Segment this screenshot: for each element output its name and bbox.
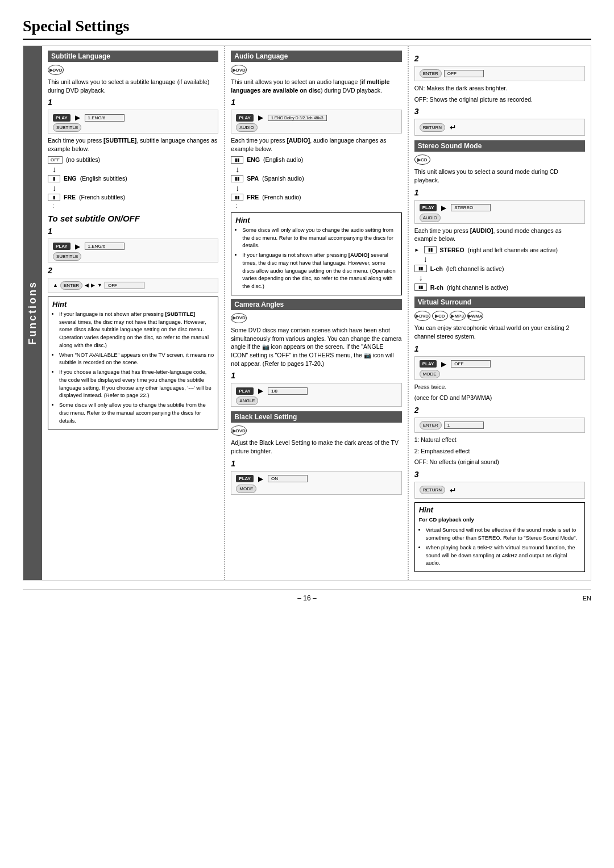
audio-eng-label: ENG: [247, 156, 260, 163]
to-set-subtitle-btn: SUBTITLE: [53, 252, 81, 261]
nav-btn-left: ◀: [85, 282, 89, 288]
audio-dots: :: [235, 202, 401, 209]
stereo-arrow-right: ►: [414, 247, 420, 253]
audio-step1-device: PLAY ▶ 1.ENG Dolby D 3/2.1ch 48k/3: [236, 114, 396, 122]
fre-badge: ▮: [48, 194, 60, 201]
eng-badge: ▮: [48, 175, 60, 182]
lch-badge: ▮▮: [414, 265, 427, 272]
on-text: ON: Makes the dark areas brighter.: [414, 84, 585, 93]
enter-btn: ENTER: [60, 281, 82, 290]
stereo-arrow1: ↓: [424, 254, 585, 264]
hint-bullet-4: Some discs will only allow you to change…: [59, 401, 214, 424]
audio-eng-desc: (English audio): [263, 156, 303, 163]
audio-hint-list: Some discs will only allow you to change…: [235, 226, 397, 290]
vs-play-btn: PLAY: [420, 360, 437, 368]
col-audio-language: Audio Language ▶DVD This unit allows you…: [225, 46, 408, 580]
audio-hint-bullet-2: If your language is not shown after pres…: [242, 251, 397, 290]
vs-arrow: ▶: [441, 360, 446, 368]
audio-each-time: Each time you press [AUDIO], audio langu…: [231, 136, 401, 153]
subtitle-each-time: Each time you press [SUBTITLE], subtitle…: [48, 136, 218, 153]
audio-btn-row: AUDIO: [236, 124, 396, 130]
camera-step1-number: 1: [231, 371, 401, 380]
eng-label: ENG: [64, 175, 77, 182]
audio-option-spa: ▮▮ SPA (Spanish audio): [231, 175, 401, 182]
stereo-sound-header: Stereo Sound Mode: [414, 140, 585, 152]
stereo-options: ► ▮▮ STEREO (right and left channels are…: [414, 246, 585, 291]
vs-step2-num: 2: [414, 406, 585, 415]
to-set-subtitle-btn-row: SUBTITLE: [53, 253, 213, 259]
subtitle-intro: This unit allows you to select a subtitl…: [48, 78, 218, 94]
stereo-play-btn: PLAY: [420, 204, 437, 211]
stereo-step1-diagram: PLAY ▶ STEREO AUDIO: [414, 200, 585, 224]
black-screen: ON: [268, 475, 308, 482]
vs-effects: 1: Natural effect 2: Emphasized effect O…: [414, 436, 585, 466]
camera-arrow: ▶: [258, 387, 263, 395]
black-step1-diagram: PLAY ▶ ON MODE: [231, 471, 401, 495]
to-set-step1-num: 1: [48, 227, 218, 236]
subtitle-hint-box: Hint If your language is not shown after…: [48, 297, 218, 430]
audio-fre-badge: ▮▮: [231, 194, 243, 201]
col-right: 2 ENTER OFF ON: Makes the dark areas bri…: [409, 46, 591, 580]
vs-return-btn: RETURN: [420, 486, 445, 494]
stereo-option-lch: ▮▮ L-ch (left channel is active): [414, 265, 585, 272]
to-set-play-btn: PLAY: [53, 243, 70, 250]
stereo-step1-device: PLAY ▶ STEREO: [420, 204, 580, 212]
vs-step3-device: RETURN ↵: [420, 486, 580, 495]
audio-dvd-badge-row: ▶DVD: [231, 65, 401, 75]
subtitle-options: OFF (no subtitles) ↓ ▮ ENG (English subt…: [48, 156, 218, 209]
audio-spa-badge: ▮▮: [231, 175, 243, 182]
fre-desc: (French subtitles): [79, 194, 125, 201]
off-desc: (no subtitles): [66, 156, 100, 163]
vs-press-twice: Press twice.: [414, 383, 585, 391]
camera-screen: 1/8: [268, 387, 308, 395]
page-footer: – 16 – EN: [23, 589, 591, 602]
vs-step1-diagram: PLAY ▶ OFF MODE: [414, 356, 585, 380]
audio-hint-box: Hint Some discs will only allow you to c…: [231, 212, 401, 295]
audio-step1-number: 1: [231, 98, 401, 107]
return-btn: RETURN: [420, 123, 445, 132]
black-step1-device: PLAY ▶ ON: [236, 475, 396, 483]
vs-step3-diagram: RETURN ↵: [414, 482, 585, 499]
camera-play-btn: PLAY: [236, 387, 254, 395]
subtitle-btn: SUBTITLE: [53, 123, 81, 132]
vs-step3-num: 3: [414, 470, 585, 479]
audio-option-fre: ▮▮ FRE (French audio): [231, 194, 401, 201]
off-text: OFF: Shows the original picture as recor…: [414, 95, 585, 104]
bl-step2-screen: OFF: [444, 70, 484, 77]
nav-btn-right: ▶: [91, 282, 95, 288]
stereo-stereo-desc: (right and left channels are active): [468, 247, 558, 253]
stereo-each-time: Each time you press [AUDIO], sound mode …: [414, 227, 585, 243]
stereo-badge: ▮▮: [424, 246, 437, 253]
black-play-btn: PLAY: [236, 475, 254, 482]
to-set-subtitle-title: To set subtitle ON/OFF: [48, 214, 218, 223]
bl-step3-diagram: RETURN ↵: [414, 119, 585, 136]
nav-btn-up: ▲: [53, 282, 58, 288]
vs-hint-bullet-1: Virtual Surround will not be effective i…: [426, 526, 580, 542]
vs-hint-list: Virtual Surround will not be effective i…: [419, 526, 580, 567]
vs-wma-badge: ▶WMA: [467, 311, 483, 321]
vs-once-text: (once for CD and MP3/WMA): [414, 394, 585, 402]
vs-hint-bullet-2: When playing back a 96kHz with Virtual S…: [426, 544, 580, 567]
vs-hint-title: Hint: [419, 506, 580, 514]
subtitle-btn-row: SUBTITLE: [53, 124, 213, 130]
audio-options: ▮▮ ENG (English audio) ↓ ▮▮ SPA (Spanish…: [231, 156, 401, 209]
vs-step1-num: 1: [414, 344, 585, 353]
black-intro: Adjust the Black Level Setting to make t…: [231, 439, 401, 455]
rch-badge: ▮▮: [414, 283, 427, 291]
page-title: Special Settings: [23, 17, 591, 40]
bl-step2-controls: ENTER OFF: [420, 69, 580, 78]
arrow-right: ▶: [75, 114, 80, 122]
footer-lang: EN: [583, 595, 591, 602]
audio-dvd-badge: ▶DVD: [231, 65, 247, 75]
stereo-arrow2: ↓: [419, 273, 585, 282]
bl-step3-device: RETURN ↵: [420, 123, 580, 132]
vs-return-icon: ↵: [450, 486, 457, 495]
subtitle-step1-diagram: PLAY ▶ 1.ENG/6 SUBTITLE: [48, 110, 218, 133]
stereo-option-stereo: ► ▮▮ STEREO (right and left channels are…: [414, 246, 585, 253]
arrow2: ↓: [52, 183, 218, 193]
subtitle-screen: 1.ENG/6: [85, 114, 125, 122]
bl-step2-diagram: ENTER OFF: [414, 66, 585, 81]
audio-btn: AUDIO: [236, 123, 257, 132]
stereo-arrow: ▶: [441, 204, 446, 212]
play-btn: PLAY: [53, 114, 70, 122]
